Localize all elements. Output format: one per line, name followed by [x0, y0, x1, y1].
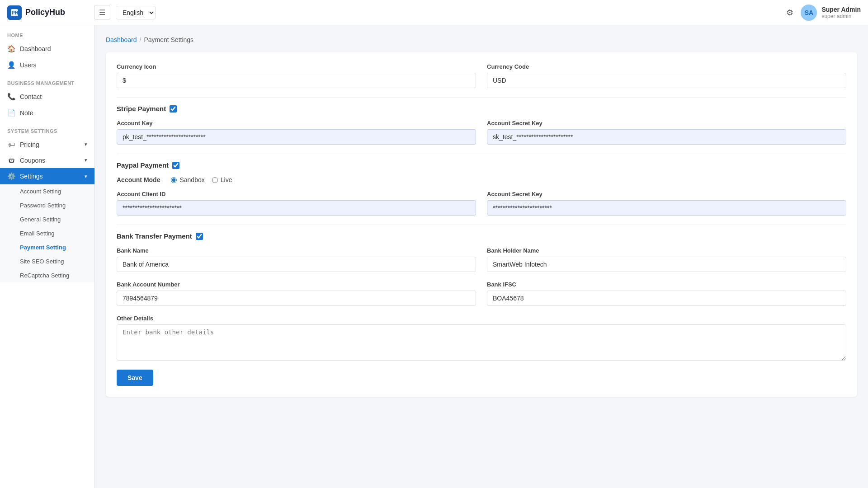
bank-ifsc-group: Bank IFSC: [487, 281, 846, 306]
sidebar-subitem-recaptcha-setting[interactable]: ReCaptcha Setting: [0, 268, 94, 282]
sidebar-coupons-label: Coupons: [20, 157, 45, 164]
hamburger-button[interactable]: ☰: [94, 5, 110, 20]
user-name: Super Admin: [821, 6, 861, 13]
avatar: SA: [801, 5, 817, 21]
other-details-textarea[interactable]: [117, 324, 846, 361]
paypal-client-id-input[interactable]: [117, 200, 476, 216]
bank-holder-group: Bank Holder Name: [487, 247, 846, 272]
pricing-chevron-icon: ▾: [85, 141, 87, 147]
sidebar-item-pricing[interactable]: 🏷 Pricing ▾: [0, 136, 94, 152]
user-role: super admin: [821, 13, 861, 19]
bank-name-label: Bank Name: [117, 247, 476, 254]
paypal-client-id-group: Account Client ID: [117, 191, 476, 216]
sidebar-settings-label: Settings: [20, 173, 43, 180]
bank-name-row: Bank Name Bank Holder Name: [117, 247, 846, 272]
paypal-secret-key-label: Account Secret Key: [487, 191, 846, 197]
bank-holder-label: Bank Holder Name: [487, 247, 846, 254]
settings-icon: ⚙️: [7, 172, 15, 180]
sidebar-pricing-label: Pricing: [20, 141, 39, 148]
bank-transfer-label: Bank Transfer Payment: [117, 232, 192, 240]
coupons-chevron-icon: ▾: [85, 157, 87, 163]
settings-chevron-icon: ▾: [85, 174, 87, 179]
breadcrumb-current: Payment Settings: [144, 36, 193, 43]
sidebar-subitem-site-seo-setting[interactable]: Site SEO Setting: [0, 254, 94, 268]
currency-code-label: Currency Code: [487, 63, 846, 70]
paypal-secret-key-input[interactable]: [487, 200, 846, 216]
sidebar-subitem-payment-setting[interactable]: Payment Setting: [0, 240, 94, 254]
currency-code-input[interactable]: [487, 73, 846, 88]
home-icon: 🏠: [7, 45, 15, 53]
breadcrumb-parent[interactable]: Dashboard: [106, 36, 137, 43]
live-radio-option[interactable]: Live: [212, 176, 232, 183]
sidebar-system-label: System Settings: [0, 121, 94, 136]
paypal-label: Paypal Payment: [117, 161, 169, 169]
account-mode-row: Account Mode Sandbox Live: [117, 176, 846, 183]
sidebar-subitem-email-setting[interactable]: Email Setting: [0, 226, 94, 240]
divider-3: [117, 225, 846, 225]
sidebar-subitem-general-setting[interactable]: General Setting: [0, 212, 94, 226]
sidebar-subitem-password-setting[interactable]: Password Setting: [0, 198, 94, 212]
live-label: Live: [221, 176, 232, 183]
main-content: Dashboard / Payment Settings Currency Ic…: [95, 25, 868, 488]
bank-holder-input[interactable]: [487, 257, 846, 272]
user-text: Super Admin super admin: [821, 6, 861, 19]
live-radio[interactable]: [212, 177, 218, 183]
settings-submenu: Account Setting Password Setting General…: [0, 184, 94, 282]
bank-account-row: Bank Account Number Bank IFSC: [117, 281, 846, 306]
sidebar-home-label: Home: [0, 25, 94, 41]
bank-name-input[interactable]: [117, 257, 476, 272]
logo-icon: PH: [7, 5, 22, 20]
stripe-account-key-group: Account Key: [117, 120, 476, 145]
user-info: SA Super Admin super admin: [801, 5, 861, 21]
account-mode-label: Account Mode: [117, 176, 160, 183]
pricing-icon: 🏷: [7, 141, 15, 148]
stripe-secret-key-group: Account Secret Key: [487, 120, 846, 145]
stripe-toggle-row: Stripe Payment: [117, 105, 846, 113]
paypal-client-id-label: Account Client ID: [117, 191, 476, 197]
paypal-checkbox[interactable]: [172, 162, 179, 169]
paypal-secret-key-group: Account Secret Key: [487, 191, 846, 216]
sidebar-dashboard-label: Dashboard: [20, 45, 51, 52]
currency-icon-input[interactable]: [117, 73, 476, 88]
bank-name-group: Bank Name: [117, 247, 476, 272]
sidebar-users-label: Users: [20, 61, 37, 69]
sidebar-item-note[interactable]: 📄 Note: [0, 105, 94, 121]
other-details-group: Other Details: [117, 315, 846, 361]
bank-account-number-group: Bank Account Number: [117, 281, 476, 306]
sandbox-radio[interactable]: [171, 177, 177, 183]
payment-settings-card: Currency Icon Currency Code Stripe Payme…: [106, 52, 857, 397]
other-details-label: Other Details: [117, 315, 846, 322]
settings-gear-button[interactable]: ⚙: [786, 8, 793, 18]
sandbox-label: Sandbox: [179, 176, 204, 183]
svg-text:PH: PH: [12, 10, 18, 15]
stripe-account-key-label: Account Key: [117, 120, 476, 127]
logo: PH PolicyHub: [7, 5, 89, 20]
save-button[interactable]: Save: [117, 370, 153, 386]
stripe-keys-row: Account Key Account Secret Key: [117, 120, 846, 145]
bank-transfer-checkbox[interactable]: [196, 233, 203, 240]
bank-ifsc-input[interactable]: [487, 291, 846, 306]
sidebar: Home 🏠 Dashboard 👤 Users Business Manage…: [0, 25, 95, 488]
logo-text: PolicyHub: [25, 8, 65, 17]
coupons-icon: 🎟: [7, 156, 15, 164]
bank-transfer-toggle-row: Bank Transfer Payment: [117, 232, 846, 240]
sidebar-item-coupons[interactable]: 🎟 Coupons ▾: [0, 152, 94, 168]
sidebar-item-dashboard[interactable]: 🏠 Dashboard: [0, 41, 94, 57]
sidebar-subitem-account-setting[interactable]: Account Setting: [0, 184, 94, 198]
paypal-keys-row: Account Client ID Account Secret Key: [117, 191, 846, 216]
sidebar-item-contact[interactable]: 📞 Contact: [0, 89, 94, 105]
sidebar-item-settings[interactable]: ⚙️ Settings ▾: [0, 168, 94, 184]
sandbox-radio-option[interactable]: Sandbox: [171, 176, 204, 183]
note-icon: 📄: [7, 109, 15, 117]
bank-account-number-input[interactable]: [117, 291, 476, 306]
sidebar-business-label: Business Management: [0, 73, 94, 89]
language-select[interactable]: English: [116, 6, 156, 19]
paypal-toggle-row: Paypal Payment: [117, 161, 846, 169]
stripe-account-key-input[interactable]: [117, 129, 476, 145]
stripe-checkbox[interactable]: [170, 105, 177, 113]
currency-code-group: Currency Code: [487, 63, 846, 88]
stripe-secret-key-input[interactable]: [487, 129, 846, 145]
sidebar-item-users[interactable]: 👤 Users: [0, 57, 94, 73]
divider-1: [117, 97, 846, 98]
divider-2: [117, 154, 846, 154]
